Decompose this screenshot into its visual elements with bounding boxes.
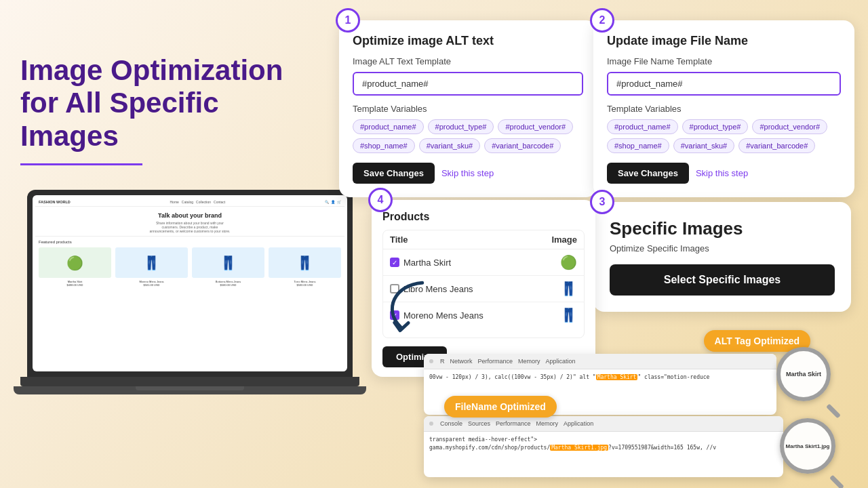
tab-performance[interactable]: Performance	[496, 419, 531, 428]
tab-network[interactable]: Network	[450, 357, 473, 366]
screenshots-area: ALT Tag Optimized R Network Performance …	[424, 340, 831, 483]
magnified-text-bottom: Martha Skirt1.jpg	[786, 443, 830, 449]
template-var[interactable]: #product_vendor#	[752, 119, 827, 134]
step2-filename-input[interactable]: #product_name#	[607, 72, 841, 96]
filename-badge: FileName Optimized	[444, 396, 557, 418]
tab-r[interactable]: R	[440, 357, 445, 366]
title-underline	[20, 163, 142, 165]
product-price: $500.00 USD	[269, 283, 341, 287]
step2-filename-label: Image File Name Template	[607, 56, 841, 66]
col-image: Image	[530, 230, 584, 249]
shop-nav-icons: 🔍 👤 🛒	[325, 200, 341, 204]
step1-vars: #product_name# #product_type# #product_v…	[353, 119, 583, 153]
tab-application[interactable]: Application	[546, 357, 576, 366]
tab-memory[interactable]: Memory	[536, 419, 559, 428]
shop-hero-desc: Share information about your brand with …	[149, 221, 231, 233]
tab-performance[interactable]: Performance	[478, 357, 513, 366]
template-var[interactable]: #product_type#	[682, 119, 749, 134]
tab-memory[interactable]: Memory	[518, 357, 540, 366]
cart-icon: 🛒	[337, 200, 341, 204]
step4-title: Products	[382, 211, 585, 223]
laptop-screen-content: FASHION WORLD Home Catalog Collection Co…	[33, 195, 347, 293]
featured-title: Featured products	[39, 240, 341, 244]
laptop-base	[20, 377, 359, 386]
template-var[interactable]: #product_vendor#	[498, 119, 573, 134]
magnified-text-top: Martha Skirt	[786, 371, 821, 378]
laptop-mockup: FASHION WORLD Home Catalog Collection Co…	[14, 190, 366, 394]
select-specific-images-button[interactable]: Select Specific Images	[610, 264, 835, 296]
step2-save-button[interactable]: Save Changes	[607, 163, 689, 184]
scr-top-content: 00vw - 120px) / 3), calc((100vw - 35px) …	[424, 369, 776, 386]
list-item: 👖 Moreno Mens Jeans $501.00 USD	[115, 247, 188, 287]
laptop-screen-inner: FASHION WORLD Home Catalog Collection Co…	[33, 195, 347, 371]
step3-subtitle: Optimize Specific Images	[610, 243, 835, 253]
tab-console[interactable]: Console	[440, 419, 462, 428]
step1-save-button[interactable]: Save Changes	[353, 163, 435, 184]
step1-card: 1 Optimize image ALT text Image ALT Text…	[339, 20, 597, 197]
product-price: $500.00 USD	[192, 283, 264, 287]
product-price: $498.00 USD	[39, 283, 111, 287]
tab-application[interactable]: Application	[564, 419, 593, 428]
checkbox-checked[interactable]: ✓	[390, 258, 399, 267]
step1-actions: Save Changes Skip this step	[353, 163, 583, 184]
template-var[interactable]: #variant_barcode#	[738, 138, 815, 153]
scr-dot	[429, 359, 433, 363]
step1-title: Optimize image ALT text	[353, 34, 583, 48]
template-var[interactable]: #product_name#	[353, 119, 424, 134]
template-var[interactable]: #variant_barcode#	[484, 138, 561, 153]
shop-featured: Featured products 🟢 Martha Skirt $498.00…	[35, 237, 344, 290]
col-title: Title	[383, 230, 530, 249]
step3-title: Specific Images	[610, 218, 835, 239]
product-image: 🟢	[39, 247, 111, 278]
step2-vars: #product_name# #product_type# #product_v…	[607, 119, 841, 153]
shop-nav-links: Home Catalog Collection Contact	[170, 200, 225, 204]
list-item: 👖 Bottoms Mens Jeans $500.00 USD	[192, 247, 264, 287]
laptop-screen-outer: FASHION WORLD Home Catalog Collection Co…	[27, 190, 353, 377]
scr-bottombar: Console Sources Performance Memory Appli…	[424, 416, 783, 432]
martha-skirt-jpg-highlight: Martha Skirt1.jpg	[550, 445, 608, 451]
user-icon: 👤	[331, 200, 335, 204]
scr-tabs: R Network Performance Memory Application	[440, 357, 576, 366]
martha-skirt-highlight: Martha Skirt	[596, 374, 638, 380]
shop-nav: FASHION WORLD Home Catalog Collection Co…	[35, 198, 344, 207]
table-row: ✓ Martha Skirt 🟢	[383, 249, 584, 276]
scr-topbar: R Network Performance Memory Application	[424, 354, 776, 369]
step2-skip-button[interactable]: Skip this step	[696, 168, 748, 178]
shop-logo: FASHION WORLD	[39, 200, 71, 204]
template-var[interactable]: #variant_sku#	[419, 138, 481, 153]
template-var[interactable]: #product_type#	[428, 119, 494, 134]
template-var[interactable]: #shop_name#	[607, 138, 669, 153]
product-name: Martha Skirt	[403, 258, 451, 268]
template-var[interactable]: #shop_name#	[353, 138, 415, 153]
scr-bottom-tabs: Console Sources Performance Memory Appli…	[440, 419, 593, 428]
step3-card: 3 Specific Images Optimize Specific Imag…	[593, 202, 851, 312]
step2-badge: 2	[590, 8, 614, 33]
product-price: $501.00 USD	[115, 283, 188, 287]
list-item: 👖 Torro Mens Jeans $500.00 USD	[269, 247, 341, 287]
shop-hero: Talk about your brand Share information …	[35, 207, 344, 237]
shop-hero-title: Talk about your brand	[38, 212, 342, 219]
magnifier-top: Martha Skirt	[776, 347, 837, 408]
left-section: Image Optimization for All Specific Imag…	[20, 54, 305, 186]
step1-alt-input[interactable]: #product_name#	[353, 72, 583, 96]
tab-sources[interactable]: Sources	[468, 419, 490, 428]
step4-badge: 4	[368, 188, 393, 212]
product-image: 👖	[115, 247, 188, 278]
magnifier-bottom: Martha Skirt1.jpg	[780, 418, 841, 479]
step1-vars-label: Template Variables	[353, 104, 583, 114]
magnifier-handle	[826, 404, 841, 419]
product-image: 👖	[192, 247, 264, 278]
step2-vars-label: Template Variables	[607, 104, 841, 114]
step1-skip-button[interactable]: Skip this step	[441, 168, 494, 178]
product-image-icon: 👖	[560, 308, 577, 323]
scr-dot	[429, 422, 433, 426]
step1-alt-label: Image ALT Text Template	[353, 56, 583, 66]
template-var[interactable]: #product_name#	[607, 119, 678, 134]
shop-products: 🟢 Martha Skirt $498.00 USD 👖 Moreno Mens…	[39, 247, 341, 287]
product-image-icon: 🟢	[560, 255, 577, 270]
scr-bottom-content: transparent media--hover-effect"> gama.m…	[424, 432, 783, 456]
template-var[interactable]: #variant_sku#	[673, 138, 735, 153]
search-icon: 🔍	[325, 200, 329, 204]
step1-badge: 1	[336, 8, 360, 33]
product-image: 👖	[269, 247, 341, 278]
